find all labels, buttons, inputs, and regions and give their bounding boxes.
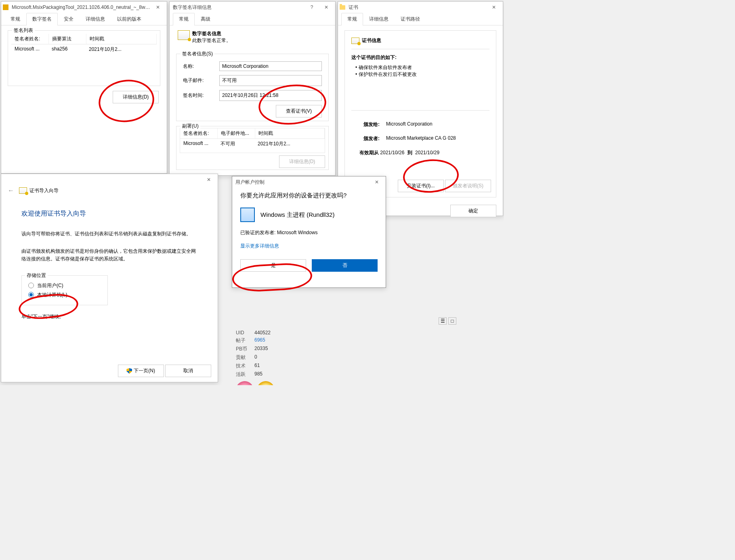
countersign-group-label: 副署(U) [181,123,200,130]
view-certificate-button[interactable]: 查看证书(V) [276,105,322,117]
badge-2-icon [257,381,275,385]
back-icon[interactable]: ← [8,187,14,194]
name-label: 名称: [183,63,219,70]
properties-window: Microsoft.MsixPackagingTool_2021.1026.40… [1,1,167,174]
publisher: Microsoft Windows [277,230,318,235]
table-header: 签名者姓名: 摘要算法 时间戳 [11,34,157,44]
file-icon [3,4,8,10]
tab-previous[interactable]: 以前的版本 [111,13,147,25]
uac-title: 用户帐户控制 [234,179,370,186]
badge-1-icon [236,381,254,385]
install-certificate-button[interactable]: 安装证书(I)... [398,180,444,192]
tabs: 常规 数字签名 安全 详细信息 以前的版本 [1,13,167,25]
folder-icon [340,5,345,10]
uac-app-name: Windows 主进程 (Rundll32) [260,211,334,219]
help-icon[interactable]: ? [304,2,319,13]
uac-question: 你要允许此应用对你的设备进行更改吗? [240,192,378,199]
tab-security[interactable]: 安全 [58,13,80,25]
issued-by: Microsoft Marketplace CA G 028 [386,135,456,142]
close-icon[interactable]: ✕ [487,2,501,13]
certificate-icon [178,30,190,40]
purpose-1: 确保软件来自软件发布者 [359,65,412,70]
close-icon[interactable]: ✕ [202,174,216,185]
window-title: 数字签名详细信息 [171,4,304,11]
info-title: 数字签名信息 [192,30,231,37]
close-icon[interactable]: ✕ [370,176,384,188]
radio-current-user[interactable]: 当前用户(C) [28,282,101,289]
tab-advanced[interactable]: 高级 [195,13,216,25]
tab-general[interactable]: 常规 [173,13,195,25]
view-grid-icon[interactable]: □ [448,317,456,325]
cancel-button[interactable]: 取消 [165,365,211,377]
table-row[interactable]: Microsoft ... sha256 2021年10月2... [11,44,157,55]
certificate-icon [19,187,27,194]
window-title: Microsoft.MsixPackagingTool_2021.1026.40… [10,4,151,10]
view-toggle: ☰ □ [439,317,456,325]
publisher-label: 已验证的发布者: [240,230,275,235]
purpose-title: 这个证书的目的如下: [351,54,489,61]
valid-from: 2021/10/26 [380,150,404,155]
tab-general[interactable]: 常规 [341,13,363,25]
signer-group-label: 签名者信息(S) [181,50,214,57]
details-button[interactable]: 详细信息(D) [113,91,159,103]
issued-to: Microsoft Corporation [386,121,433,128]
email-label: 电子邮件: [183,77,219,84]
signature-details-window: 数字签名详细信息 ? ✕ 常规 高级 数字签名信息 此数字签名正常。 签名者信息… [169,1,336,176]
email-field: 不可用 [219,75,322,86]
yes-button[interactable]: 是 [240,259,306,272]
counter-details-button: 详细信息(D) [279,155,325,168]
tab-digital-signatures[interactable]: 数字签名 [26,13,58,25]
wizard-para2: 由证书颁发机构颁发的证书是对你身份的确认，它包含用来保护数据或建立安全网络连接的… [21,247,197,263]
next-button[interactable]: 下一页(N) [118,365,164,377]
certificate-icon [351,38,359,44]
uac-dialog: 用户帐户控制 ✕ 你要允许此应用对你的设备进行更改吗? Windows 主进程 … [232,176,386,288]
continue-text: 单击"下一页"继续。 [21,313,197,320]
store-label: 存储位置 [25,272,48,279]
wizard-heading: 欢迎使用证书导入向导 [21,210,197,218]
view-list-icon[interactable]: ☰ [439,317,447,325]
tab-general[interactable]: 常规 [4,13,26,25]
time-label: 签名时间: [183,92,219,99]
info-text: 此数字签名正常。 [192,37,231,44]
app-icon [240,208,255,222]
valid-from-label: 有效期从 [359,150,379,155]
tab-details[interactable]: 详细信息 [80,13,111,25]
shield-icon [126,368,132,374]
name-field: Microsoft Corporation [219,61,322,71]
tab-path[interactable]: 证书路径 [395,13,426,25]
time-field: 2021年10月26日 12:21:58 [219,90,322,101]
wizard-para1: 该向导可帮助你将证书、证书信任列表和证书吊销列表从磁盘复制到证书存储。 [21,230,197,238]
issued-by-label: 颁发者: [351,135,380,142]
signature-list-label: 签名列表 [12,27,35,34]
ok-button[interactable]: 确定 [450,205,496,217]
more-details-link[interactable]: 显示更多详细信息 [240,243,378,250]
tab-details[interactable]: 详细信息 [363,13,395,25]
cert-info-title: 证书信息 [362,37,381,44]
wizard-title: 证书导入向导 [29,187,59,194]
user-stats: UID440522 帖子6965 PB币20335 贡献0 技术61 活跃985 [236,329,278,385]
valid-to-label: 到 [407,150,412,155]
table-row[interactable]: Microsoft ... 不可用 2021年10月2... [180,139,325,149]
close-icon[interactable]: ✕ [151,2,165,13]
posts-link[interactable]: 6965 [254,337,265,344]
import-wizard-window: ✕ ← 证书导入向导 欢迎使用证书导入向导 该向导可帮助你将证书、证书信任列表和… [1,174,218,382]
no-button[interactable]: 否 [312,259,378,272]
radio-local-machine[interactable]: 本地计算机(L) [28,292,101,298]
issuer-statement-button: 颁发者说明(S) [445,180,491,192]
issued-to-label: 颁发给: [351,121,380,128]
window-title: 证书 [347,4,487,11]
purpose-2: 保护软件在发行后不被更改 [359,71,417,77]
valid-to: 2021/10/29 [415,150,439,155]
close-icon[interactable]: ✕ [319,2,334,13]
